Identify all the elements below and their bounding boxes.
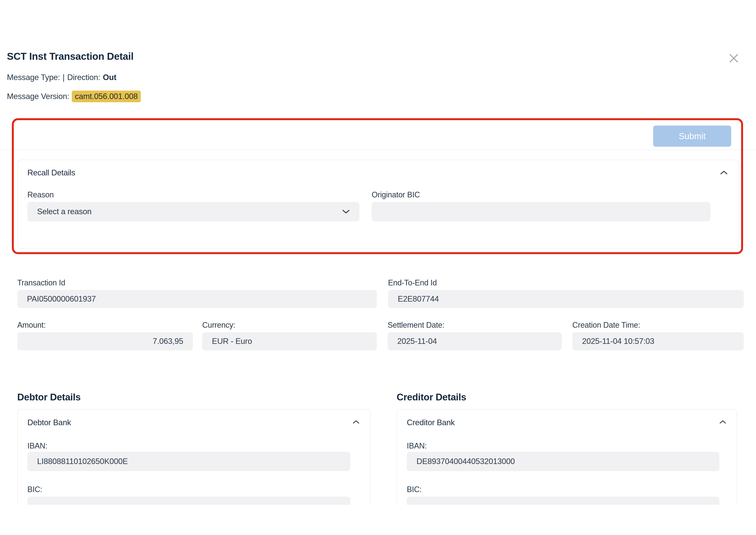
settlement-date-input[interactable] xyxy=(388,332,562,350)
transaction-id-label: Transaction Id xyxy=(17,278,65,287)
message-type-label: Message Type: xyxy=(7,73,60,82)
reason-select-value: Select a reason xyxy=(37,207,92,216)
chevron-up-icon xyxy=(719,420,727,424)
amount-input[interactable] xyxy=(17,332,193,350)
creditor-bic-label: BIC: xyxy=(407,485,422,494)
chevron-up-icon xyxy=(719,170,728,175)
debtor-bic-label: BIC: xyxy=(27,485,42,494)
debtor-iban-label: IBAN: xyxy=(27,441,47,450)
reason-label: Reason xyxy=(27,190,54,199)
creditor-iban-label: IBAN: xyxy=(407,441,427,450)
reason-select[interactable]: Select a reason xyxy=(27,202,359,221)
creditor-bic-input[interactable] xyxy=(407,496,719,505)
recall-details-card: Recall Details Reason Select a reason Or… xyxy=(17,160,739,249)
page-title: SCT Inst Transaction Detail xyxy=(7,50,133,62)
creation-date-time-label: Creation Date Time: xyxy=(572,321,640,330)
creditor-details-heading: Creditor Details xyxy=(397,392,466,403)
originator-bic-label: Originator BIC xyxy=(372,190,420,199)
message-version-value: camt.056.001.008 xyxy=(72,91,141,102)
debtor-iban-input[interactable] xyxy=(27,452,350,471)
creditor-bank-collapse-button[interactable] xyxy=(717,417,729,427)
separator: | xyxy=(63,73,65,82)
amount-label: Amount: xyxy=(17,321,46,330)
debtor-bank-collapse-button[interactable] xyxy=(350,417,362,427)
direction-value: Out xyxy=(103,73,117,82)
submit-button[interactable]: Submit xyxy=(653,126,731,147)
recall-collapse-button[interactable] xyxy=(718,168,730,177)
currency-input[interactable] xyxy=(202,332,377,350)
close-icon xyxy=(729,53,739,63)
recall-details-title: Recall Details xyxy=(27,168,75,177)
end-to-end-id-input[interactable] xyxy=(388,290,744,308)
debtor-bank-card: Debtor Bank IBAN: BIC: xyxy=(17,409,370,505)
originator-bic-input[interactable] xyxy=(372,202,711,221)
creditor-iban-input[interactable] xyxy=(407,452,719,471)
currency-label: Currency: xyxy=(202,321,235,330)
message-version-line: Message Version: camt.056.001.008 xyxy=(7,91,141,102)
creditor-bank-card: Creditor Bank IBAN: BIC: xyxy=(397,409,737,505)
debtor-details-heading: Debtor Details xyxy=(17,392,81,403)
sct-inst-transaction-detail-page: SCT Inst Transaction Detail Message Type… xyxy=(0,0,756,535)
debtor-bic-input[interactable] xyxy=(27,496,350,505)
transaction-id-input[interactable] xyxy=(17,290,377,308)
creditor-bank-title: Creditor Bank xyxy=(407,418,455,427)
message-version-label: Message Version: xyxy=(7,92,69,101)
debtor-bank-title: Debtor Bank xyxy=(27,418,71,427)
message-type-direction-line: Message Type: | Direction: Out xyxy=(7,73,117,82)
chevron-up-icon xyxy=(352,420,360,424)
direction-label: Direction: xyxy=(67,73,100,82)
creation-date-time-input[interactable] xyxy=(572,332,744,350)
end-to-end-id-label: End-To-End Id xyxy=(388,278,437,287)
settlement-date-label: Settlement Date: xyxy=(388,321,444,330)
chevron-down-icon xyxy=(342,209,350,214)
close-button[interactable] xyxy=(728,52,740,64)
